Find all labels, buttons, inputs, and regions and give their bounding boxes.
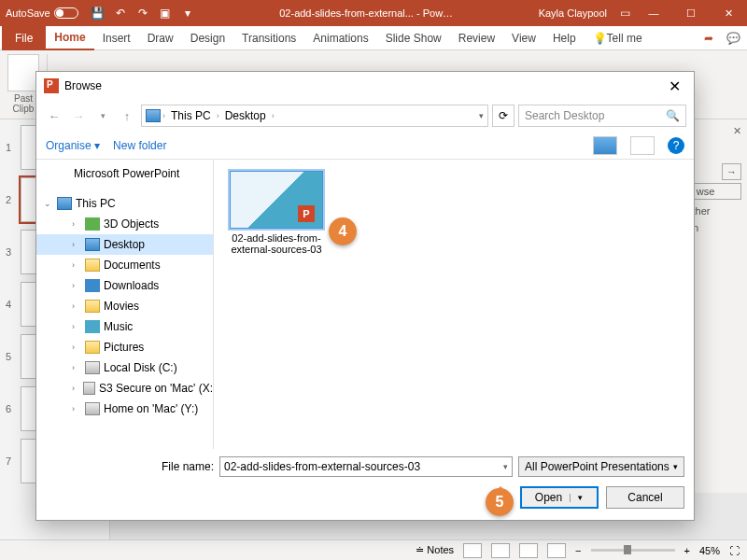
search-input[interactable]: Search Desktop 🔍 bbox=[518, 105, 686, 127]
file-type-filter[interactable]: All PowerPoint Presentations▾ bbox=[518, 456, 684, 477]
title-bar: AutoSave 💾 ↶ ↷ ▣ ▾ 02-add-slides-from-ex… bbox=[0, 0, 747, 26]
account-icon[interactable]: ▭ bbox=[614, 3, 635, 23]
clipboard-group-label: Clipb bbox=[13, 104, 35, 114]
music-icon bbox=[85, 320, 100, 333]
tab-transitions[interactable]: Transitions bbox=[233, 26, 304, 50]
document-title: 02-add-slides-from-external... - Pow… bbox=[202, 7, 531, 19]
qat-more-icon[interactable]: ▾ bbox=[177, 3, 198, 23]
zoom-slider[interactable] bbox=[591, 549, 675, 552]
nav-back-icon[interactable]: ← bbox=[44, 105, 64, 126]
share-icon[interactable]: ➦ bbox=[697, 32, 721, 45]
close-pane-icon[interactable]: ✕ bbox=[733, 125, 741, 137]
cancel-button[interactable]: Cancel bbox=[606, 486, 684, 509]
refresh-icon[interactable]: ⟳ bbox=[492, 105, 514, 127]
reading-view-icon[interactable] bbox=[519, 543, 538, 558]
movies-icon bbox=[85, 300, 100, 313]
downloads-icon bbox=[85, 279, 100, 292]
toggle-off-icon bbox=[54, 7, 78, 19]
pc-icon bbox=[146, 109, 161, 122]
tab-insert[interactable]: Insert bbox=[94, 26, 139, 50]
save-icon[interactable]: 💾 bbox=[88, 3, 108, 23]
documents-icon bbox=[85, 259, 100, 272]
notes-button[interactable]: ≐ Notes bbox=[416, 544, 454, 556]
help-icon[interactable]: ? bbox=[668, 137, 684, 154]
nav-forward-icon[interactable]: → bbox=[68, 105, 89, 126]
minimize-button[interactable]: — bbox=[635, 0, 672, 26]
filename-input[interactable]: 02-add-slides-from-external-sources-03▾ bbox=[219, 456, 513, 477]
close-dialog-button[interactable]: ✕ bbox=[663, 77, 686, 95]
tree-desktop[interactable]: ›Desktop bbox=[36, 234, 213, 255]
address-bar[interactable]: › This PC › Desktop › ▾ bbox=[141, 105, 488, 127]
3d-objects-icon bbox=[85, 217, 100, 231]
network-drive-icon bbox=[85, 402, 100, 415]
normal-view-icon[interactable] bbox=[463, 543, 482, 558]
close-window-button[interactable]: ✕ bbox=[710, 0, 747, 26]
redo-icon[interactable]: ↷ bbox=[133, 3, 153, 23]
file-list[interactable]: P 02-add-slides-from-external-sources-03 bbox=[214, 160, 694, 449]
status-bar: ≐ Notes − + 45% ⛶ bbox=[0, 539, 747, 560]
fit-to-window-icon[interactable]: ⛶ bbox=[729, 545, 740, 556]
file-name: 02-add-slides-from-external-sources-03 bbox=[225, 232, 328, 255]
callout-4: 4 bbox=[329, 217, 357, 245]
powerpoint-icon bbox=[57, 167, 70, 180]
folder-tree[interactable]: Microsoft PowerPoint ⌄This PC ›3D Object… bbox=[36, 160, 214, 449]
comments-icon[interactable]: 💬 bbox=[721, 32, 745, 45]
start-slideshow-icon[interactable]: ▣ bbox=[155, 3, 176, 23]
user-name[interactable]: Kayla Claypool bbox=[531, 7, 614, 19]
network-drive-icon bbox=[83, 382, 95, 395]
nav-recent-icon[interactable]: ▾ bbox=[92, 105, 113, 126]
tab-animations[interactable]: Animations bbox=[304, 26, 376, 50]
preview-pane-icon[interactable] bbox=[630, 136, 655, 155]
file-item[interactable]: P 02-add-slides-from-external-sources-03 bbox=[225, 171, 328, 255]
tab-help[interactable]: Help bbox=[544, 26, 585, 50]
maximize-button[interactable]: ☐ bbox=[672, 0, 710, 26]
sorter-view-icon[interactable] bbox=[491, 543, 510, 558]
zoom-level[interactable]: 45% bbox=[699, 545, 720, 556]
tab-file[interactable]: File bbox=[2, 26, 46, 50]
arrow-icon[interactable]: → bbox=[722, 163, 741, 180]
open-button[interactable]: Open▼ bbox=[520, 486, 599, 509]
breadcrumb-this-pc[interactable]: This PC bbox=[167, 109, 215, 122]
powerpoint-icon bbox=[44, 78, 59, 93]
zoom-out-icon[interactable]: − bbox=[575, 545, 581, 556]
paste-label: Past bbox=[14, 93, 33, 104]
tell-me-search[interactable]: 💡 Tell me bbox=[585, 26, 651, 50]
pictures-icon bbox=[85, 341, 100, 354]
drive-icon bbox=[85, 361, 100, 374]
view-mode-icon[interactable] bbox=[593, 136, 617, 155]
callout-5: 5 bbox=[486, 488, 514, 516]
tab-review[interactable]: Review bbox=[450, 26, 503, 50]
dialog-title: Browse bbox=[64, 79, 102, 92]
expand-icon[interactable]: ⌄ bbox=[44, 199, 53, 208]
breadcrumb-desktop[interactable]: Desktop bbox=[221, 109, 270, 122]
browse-dialog: Browse ✕ ← → ▾ ↑ › This PC › Desktop › ▾… bbox=[35, 71, 695, 521]
powerpoint-badge-icon: P bbox=[298, 205, 315, 222]
nav-up-icon[interactable]: ↑ bbox=[117, 105, 137, 126]
organize-button[interactable]: Organise ▾ bbox=[46, 139, 100, 152]
desktop-icon bbox=[85, 238, 100, 251]
slideshow-view-icon[interactable] bbox=[547, 543, 566, 558]
filename-label: File name: bbox=[46, 460, 214, 473]
tab-design[interactable]: Design bbox=[182, 26, 233, 50]
tab-home[interactable]: Home bbox=[46, 26, 93, 50]
zoom-in-icon[interactable]: + bbox=[684, 545, 690, 556]
paste-button[interactable] bbox=[7, 54, 39, 91]
search-icon: 🔍 bbox=[666, 109, 680, 122]
tab-slideshow[interactable]: Slide Show bbox=[377, 26, 450, 50]
file-thumbnail: P bbox=[230, 171, 323, 229]
ribbon-tabs: File Home Insert Draw Design Transitions… bbox=[0, 26, 747, 50]
tab-draw[interactable]: Draw bbox=[139, 26, 182, 50]
pc-icon bbox=[57, 197, 72, 210]
new-folder-button[interactable]: New folder bbox=[113, 139, 166, 152]
chevron-down-icon[interactable]: ▾ bbox=[479, 111, 484, 120]
chevron-down-icon[interactable]: ▾ bbox=[503, 462, 508, 471]
tab-view[interactable]: View bbox=[503, 26, 544, 50]
undo-icon[interactable]: ↶ bbox=[110, 3, 131, 23]
autosave-toggle[interactable]: AutoSave bbox=[0, 7, 84, 19]
